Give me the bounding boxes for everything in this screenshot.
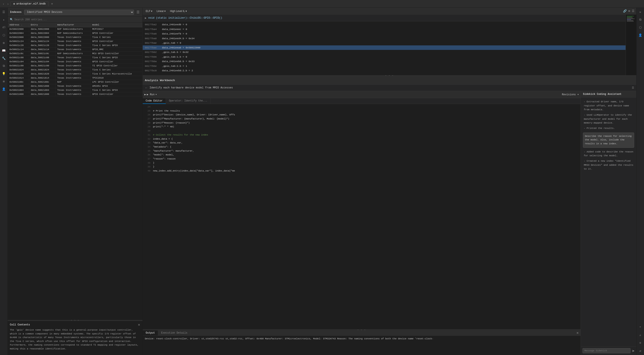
tab-operator[interactable]: Operator: Identify the... [166, 98, 210, 104]
sidebar-icon-settings[interactable]: ⚙ [1, 40, 6, 45]
revisions-button[interactable]: Revisions ▾ [562, 93, 579, 96]
right-icon-grid[interactable]: ⬡ [638, 25, 643, 30]
run-label: ▶ Run [147, 93, 154, 96]
line-number: 24 [144, 105, 150, 109]
table-row[interactable]: 0x58021c0c data_58021c0c NXP Semiconduct… [8, 52, 142, 56]
elf-arrow: ▾ [151, 10, 152, 13]
sidebar-icon-tag[interactable]: 🏷 [1, 25, 6, 30]
table-row[interactable]: 0x58021804 data_58021804 Texas Instrumen… [8, 88, 142, 92]
right-icon-x[interactable]: ✕ [638, 9, 643, 14]
minimap [626, 14, 636, 75]
workbench-back-button[interactable]: ← [145, 86, 148, 89]
grid-icon[interactable]: ⊞ [628, 9, 630, 13]
elf-button[interactable]: ELF ▾ [144, 9, 154, 13]
cell-close-button[interactable]: ✕ [138, 323, 140, 327]
table-row[interactable]: 0x58021c14 data_58021c14 Texas Instrumen… [8, 47, 142, 52]
manufacturer-cell: Texas Instruments [56, 88, 90, 92]
tab-code-editor[interactable]: Code Editor [143, 98, 166, 104]
sidebar-icon-graph[interactable]: ⬡ [1, 32, 6, 38]
linear-label: Linear [156, 10, 164, 13]
right-icon-search-zoom[interactable]: ⌕ [638, 333, 643, 338]
disasm-addr: 08177ba6 [145, 32, 162, 36]
table-row[interactable]: 0x5802180c data_5802180c NXP LPC GPIO Co… [8, 80, 142, 84]
output-close-button[interactable]: ✕ [574, 331, 580, 335]
linear-button[interactable]: Linear ▾ [155, 9, 167, 13]
disasm-line: 08177bb6 _gpio_tab:1.b = 0 [143, 55, 636, 59]
disasm-workbench-drag-handle[interactable]: • • • [143, 75, 636, 76]
address-cell: 0x58021c00 [8, 64, 29, 68]
manufacturer-cell: Texas Instruments [56, 35, 90, 39]
play-icon[interactable]: ▶ [145, 16, 146, 20]
table-row[interactable]: 0x58021800 data_58021800 Texas Instrumen… [8, 92, 142, 96]
link-icon[interactable]: 🔗 [623, 9, 627, 13]
manufacturer-cell: NXP Semiconductors [56, 31, 90, 35]
sidebar-icon-person[interactable]: 👤 [1, 86, 6, 92]
table-row[interactable]: 0x58021808 data_58021808 Texas Instrumen… [8, 84, 142, 88]
indexes-header: Indexes Identified MMIO Devices ☰ [8, 8, 142, 17]
right-icon-layers[interactable]: ⧉ [638, 17, 643, 22]
indexes-dropdown[interactable]: Identified MMIO Devices [24, 10, 134, 15]
col-address[interactable]: Address ↓ [8, 23, 29, 27]
table-row[interactable]: 0x58022004 data_58022004 NXP Semiconduct… [8, 31, 142, 35]
sidebar-icon-layers[interactable]: ⧉ [1, 63, 6, 68]
col-entry[interactable]: Entry [29, 23, 56, 27]
table-row[interactable]: 0x58021824 data_58021824 Texas Instrumen… [8, 68, 142, 72]
elf-label: ELF [146, 10, 150, 13]
execution-details-tab[interactable]: Execution Details [158, 330, 190, 336]
run-button[interactable]: ▶ ▶ Run ▾ [144, 93, 157, 96]
line-number: 31 [144, 133, 150, 137]
code-content: 24 25 # Print the results 26 print(f"Dev… [143, 104, 580, 329]
function-header: ▶ void (static initializer)::ChibiOS::GP… [143, 14, 636, 21]
right-sidebar-icons: ✕ ⧉ ⬡ 👤 ❝ ⌕ ≡ ↺ [636, 8, 644, 355]
manufacturer-cell: NXP Semiconductors [56, 52, 90, 56]
right-icon-quote[interactable]: ❝ [638, 325, 643, 330]
back-button[interactable]: ‹ [2, 1, 5, 6]
code-line: 27 print(f"Manufacturer: {manufacturer},… [143, 117, 580, 121]
code-line: 37 "reason": reason [143, 157, 580, 161]
main-tab[interactable]: arducopter.elf.bndb [10, 1, 48, 6]
table-row[interactable]: 0x58022000 data_58022000 Texas Instrumen… [8, 35, 142, 39]
table-row[interactable]: 0x58021c08 data_58021c08 Texas Instrumen… [8, 56, 142, 60]
sidebar-icon-grid[interactable]: ⊞ [1, 79, 6, 84]
output-tab[interactable]: Output [143, 330, 158, 336]
cell-contents-title: Cell Contents [10, 323, 30, 326]
right-icon-list[interactable]: ≡ [638, 341, 643, 346]
add-tab-button[interactable]: + [49, 1, 55, 7]
workbench-menu-icon[interactable]: ☰ [632, 86, 634, 89]
menu-icon[interactable]: ☰ [632, 9, 634, 13]
sidebar-icon-tools[interactable]: ✦ [1, 17, 6, 22]
address-cell: 0x58021c14 [8, 47, 29, 52]
table-row[interactable]: 0x58022008 data_58022008 NXP Semiconduct… [8, 27, 142, 31]
sidebar-icon-menu[interactable]: ☰ [1, 9, 6, 14]
sidekick-tooltip: Describe the reason for selecting the mo… [583, 133, 634, 148]
table-row[interactable]: 0x58021c04 data_58021c04 Texas Instrumen… [8, 60, 142, 64]
sidekick-send-button[interactable]: ➤ [632, 349, 634, 353]
sidekick-bullet2: - Added code to describe the reason for … [583, 150, 634, 158]
manufacturer-cell: Texas Instruments [56, 43, 90, 47]
address-cell: 0x58021800 [8, 92, 29, 96]
indexes-menu-button[interactable]: ☰ [136, 10, 140, 14]
disasm-code: _gpio_tab:2.b = 1 [162, 64, 634, 68]
table-row[interactable]: 0x58021c24 data_58021c24 Texas Instrumen… [8, 39, 142, 43]
entry-cell: data_58022008 [29, 27, 56, 31]
manufacturer-cell: Texas Instruments [56, 47, 90, 52]
table-row[interactable]: 0x58021820 data_58021820 Texas Instrumen… [8, 72, 142, 76]
table-row[interactable]: 0x58021814 data_58021814 Texas Instrumen… [8, 76, 142, 80]
data-table: Address ↓ Entry manufacturer model 0x580… [8, 23, 142, 96]
sidebar-icon-bulb[interactable]: 💡 [1, 71, 6, 76]
sidekick-input[interactable] [582, 348, 630, 353]
table-row[interactable]: 0x58021c00 data_58021c00 Texas Instrumen… [8, 64, 142, 68]
high-level-arrow: ▾ [186, 10, 187, 13]
sidekick-bullet: - Extracted driver name, I/O register of… [583, 100, 634, 112]
col-manufacturer[interactable]: manufacturer [56, 23, 90, 27]
search-input[interactable] [14, 18, 140, 21]
right-icon-person[interactable]: 👤 [638, 32, 643, 38]
table-row[interactable]: 0x58021c20 data_58021c20 Texas Instrumen… [8, 43, 142, 47]
entry-cell: data_58021c20 [29, 43, 56, 47]
sidebar-icon-wrench[interactable]: 🔧 [1, 56, 6, 61]
high-level-button[interactable]: High Level IL ▾ [168, 9, 188, 13]
sidebar-icon-book[interactable]: 📖 [1, 48, 6, 53]
forward-button[interactable]: › [6, 1, 10, 6]
right-icon-undo[interactable]: ↺ [638, 348, 643, 353]
col-model[interactable]: model [90, 23, 142, 27]
